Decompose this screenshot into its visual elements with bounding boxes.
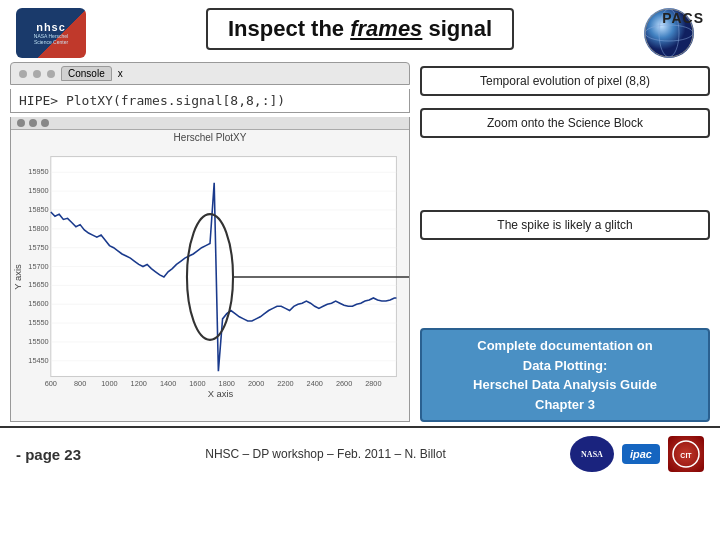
plot-toolbar — [11, 117, 409, 130]
console-close[interactable]: x — [118, 68, 123, 79]
svg-text:2600: 2600 — [336, 379, 352, 388]
nasa-logo: NASA — [570, 436, 614, 472]
svg-text:15550: 15550 — [28, 318, 48, 327]
svg-text:15650: 15650 — [28, 280, 48, 289]
svg-text:2800: 2800 — [365, 379, 381, 388]
svg-text:1400: 1400 — [160, 379, 176, 388]
svg-text:15750: 15750 — [28, 243, 48, 252]
docs-line4: Chapter 3 — [432, 395, 698, 415]
docs-box: Complete documentation on Data Plotting:… — [420, 328, 710, 422]
caltech-icon: CIT — [671, 439, 701, 469]
pacs-logo: PACS — [634, 8, 704, 58]
svg-text:15700: 15700 — [28, 262, 48, 271]
svg-text:2200: 2200 — [277, 379, 293, 388]
svg-text:800: 800 — [74, 379, 86, 388]
bottom-bar: - page 23 NHSC – DP workshop – Feb. 2011… — [0, 426, 720, 480]
svg-text:1600: 1600 — [189, 379, 205, 388]
left-panel: Console x HIPE> PlotXY(frames.signal[8,8… — [10, 62, 410, 422]
svg-text:CIT: CIT — [680, 452, 692, 459]
ipac-logo: ipac — [622, 444, 660, 464]
workshop-text: NHSC – DP workshop – Feb. 2011 – N. Bill… — [205, 447, 446, 461]
temporal-evolution-box: Temporal evolution of pixel (8,8) — [420, 66, 710, 96]
svg-text:15500: 15500 — [28, 337, 48, 346]
svg-text:15850: 15850 — [28, 205, 48, 214]
title-text: Inspect the frames signal — [228, 16, 492, 41]
zoom-science-block-text: Zoom onto the Science Block — [487, 116, 643, 130]
toolbar-circle3 — [41, 119, 49, 127]
top-bar: nhsc NASA HerschelScience Center Inspect… — [0, 0, 720, 62]
svg-text:15600: 15600 — [28, 299, 48, 308]
spike-glitch-text: The spike is likely a glitch — [497, 218, 632, 232]
pacs-label: PACS — [662, 10, 704, 26]
svg-text:15800: 15800 — [28, 224, 48, 233]
svg-text:2000: 2000 — [248, 379, 264, 388]
svg-text:600: 600 — [45, 379, 57, 388]
toolbar-circle1 — [17, 119, 25, 127]
page-number: - page 23 — [16, 446, 81, 463]
docs-line1: Complete documentation on — [432, 336, 698, 356]
caltech-badge: CIT — [668, 436, 704, 472]
plot-title: Herschel PlotXY — [11, 130, 409, 145]
console-dot — [19, 70, 27, 78]
console-dot3 — [47, 70, 55, 78]
svg-text:15900: 15900 — [28, 186, 48, 195]
ipac-text: ipac — [630, 448, 652, 460]
nhsc-logo: nhsc NASA HerschelScience Center — [16, 8, 86, 58]
docs-line2: Data Plotting: — [432, 356, 698, 376]
svg-text:15450: 15450 — [28, 356, 48, 365]
svg-text:1000: 1000 — [101, 379, 117, 388]
y-axis-label: Y axis — [12, 264, 23, 290]
spike-glitch-box: The spike is likely a glitch — [420, 210, 710, 240]
zoom-science-block-box: Zoom onto the Science Block — [420, 108, 710, 138]
temporal-evolution-text: Temporal evolution of pixel (8,8) — [480, 74, 650, 88]
docs-line3: Herschel Data Analysis Guide — [432, 375, 698, 395]
nhsc-logo-text: nhsc — [36, 21, 66, 33]
nhsc-logo-sub: NASA HerschelScience Center — [34, 33, 68, 45]
svg-text:1200: 1200 — [131, 379, 147, 388]
svg-text:2400: 2400 — [307, 379, 323, 388]
title-box: Inspect the frames signal — [206, 8, 514, 50]
hipe-command: HIPE> PlotXY(frames.signal[8,8,:]) — [10, 89, 410, 113]
toolbar-circle2 — [29, 119, 37, 127]
x-axis-label: X axis — [208, 388, 234, 399]
right-panel: Temporal evolution of pixel (8,8) Zoom o… — [420, 62, 710, 422]
plot-container: Herschel PlotXY Y axis X axis 15950 1590… — [10, 117, 410, 422]
console-tab[interactable]: Console — [61, 66, 112, 81]
bottom-logos: NASA ipac CIT — [570, 436, 704, 472]
chart-svg: Y axis X axis 15950 15900 15850 15800 15… — [11, 145, 409, 409]
svg-text:15950: 15950 — [28, 167, 48, 176]
console-bar: Console x — [10, 62, 410, 85]
main-content: Console x HIPE> PlotXY(frames.signal[8,8… — [0, 62, 720, 422]
nasa-text: NASA — [581, 450, 603, 459]
plot-area: Y axis X axis 15950 15900 15850 15800 15… — [11, 145, 409, 409]
svg-text:1800: 1800 — [219, 379, 235, 388]
console-dot2 — [33, 70, 41, 78]
